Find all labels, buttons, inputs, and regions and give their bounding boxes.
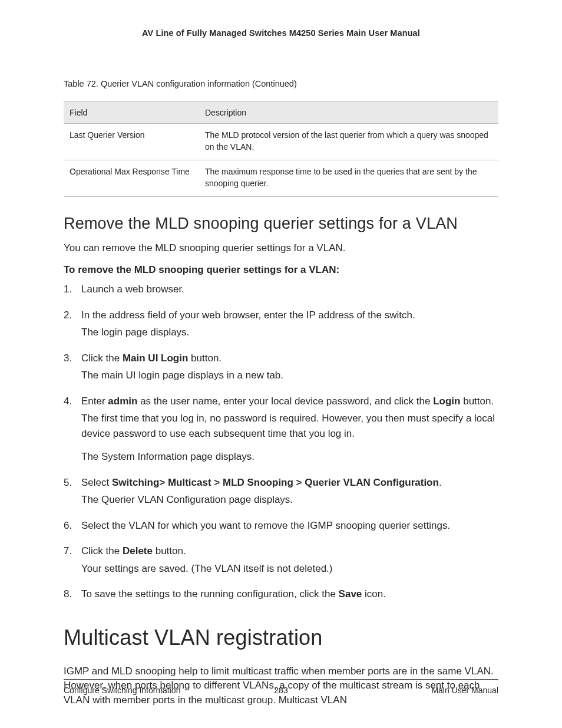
step-text: In the address field of your web browser… <box>81 309 415 321</box>
table-header-field: Field <box>64 102 199 124</box>
procedure-steps: Launch a web browser. In the address fie… <box>64 282 498 602</box>
step-subtext: The System Information page displays. <box>81 449 498 465</box>
step-text: Click the Delete button. <box>81 545 186 556</box>
step-text: Click the Main UI Login button. <box>81 353 222 364</box>
step-item: Enter admin as the user name, enter your… <box>64 394 498 465</box>
document-header: AV Line of Fully Managed Switches M4250 … <box>64 28 498 38</box>
step-item: Select the VLAN for which you want to re… <box>64 518 498 533</box>
footer-left: Configure Switching Information <box>64 686 180 695</box>
step-item: Click the Delete button. Your settings a… <box>64 543 498 576</box>
footer-right: Main User Manual <box>431 686 498 695</box>
step-subtext: The Querier VLAN Configuration page disp… <box>81 492 498 508</box>
table-cell-desc: The MLD protocol version of the last que… <box>199 124 498 160</box>
table-cell-desc: The maximum response time to be used in … <box>199 160 498 197</box>
step-subtext: The login page displays. <box>81 325 498 340</box>
table-caption: Table 72. Querier VLAN configuration inf… <box>64 79 498 88</box>
section-heading-multicast: Multicast VLAN registration <box>64 625 498 650</box>
step-text: To save the settings to the running conf… <box>81 588 386 599</box>
step-text: Launch a web browser. <box>81 284 184 295</box>
section-intro: You can remove the MLD snooping querier … <box>64 241 498 256</box>
step-item: Click the Main UI Login button. The main… <box>64 351 498 383</box>
table-cell-field: Last Querier Version <box>64 124 199 160</box>
step-text: Select Switching> Multicast > MLD Snoopi… <box>81 477 442 488</box>
step-subtext: Your settings are saved. (The VLAN itsel… <box>81 561 498 577</box>
step-item: To save the settings to the running conf… <box>64 587 498 602</box>
step-text: Select the VLAN for which you want to re… <box>81 520 450 531</box>
table-row: Operational Max Response Time The maximu… <box>64 160 498 197</box>
step-subtext: The first time that you log in, no passw… <box>81 411 498 441</box>
section-heading-remove: Remove the MLD snooping querier settings… <box>64 215 498 233</box>
procedure-lead: To remove the MLD snooping querier setti… <box>64 264 498 276</box>
step-item: In the address field of your web browser… <box>64 308 498 340</box>
step-item: Launch a web browser. <box>64 282 498 297</box>
page-footer: Configure Switching Information 283 Main… <box>64 679 498 695</box>
table-header-description: Description <box>199 102 498 124</box>
page-content: AV Line of Fully Managed Switches M4250 … <box>0 0 562 707</box>
config-table: Field Description Last Querier Version T… <box>64 101 498 197</box>
step-subtext: The main UI login page displays in a new… <box>81 368 498 383</box>
step-item: Select Switching> Multicast > MLD Snoopi… <box>64 475 498 508</box>
step-text: Enter admin as the user name, enter your… <box>81 396 494 407</box>
table-row: Last Querier Version The MLD protocol ve… <box>64 124 498 160</box>
table-header-row: Field Description <box>64 102 498 124</box>
table-cell-field: Operational Max Response Time <box>64 160 199 197</box>
